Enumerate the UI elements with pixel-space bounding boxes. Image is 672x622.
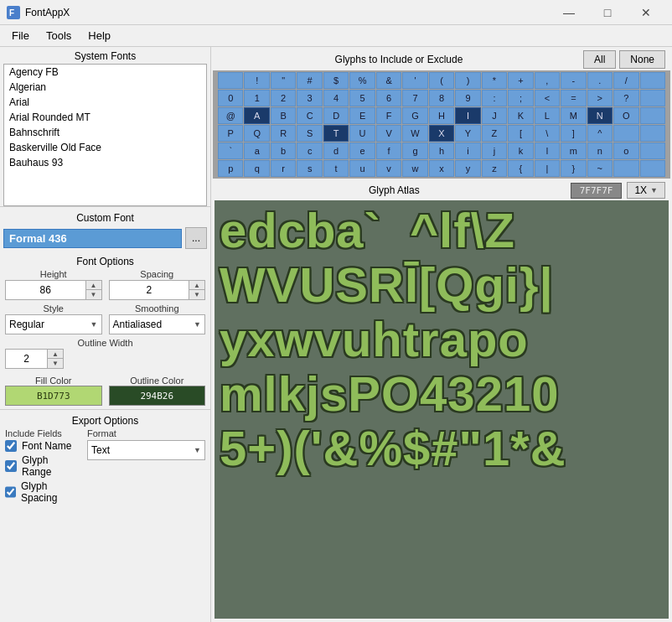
glyph-cell[interactable]: z: [482, 160, 507, 177]
glyph-cell[interactable]: |: [535, 160, 560, 177]
glyph-cell[interactable]: S: [297, 125, 322, 142]
glyph-cell[interactable]: (: [429, 72, 454, 89]
glyph-cell[interactable]: Q: [244, 125, 269, 142]
glyph-cell[interactable]: t: [323, 160, 349, 177]
height-value[interactable]: [6, 284, 85, 296]
glyph-cell[interactable]: F: [376, 107, 401, 124]
glyph-cell[interactable]: D: [323, 107, 349, 124]
glyph-cell[interactable]: p: [218, 160, 243, 177]
glyph-cell[interactable]: ~: [587, 160, 613, 177]
glyph-cell[interactable]: x: [429, 160, 454, 177]
glyph-cell[interactable]: \: [535, 125, 560, 142]
custom-font-browse-button[interactable]: ...: [185, 227, 207, 249]
glyph-cell[interactable]: q: [244, 160, 269, 177]
glyph-cell[interactable]: [640, 90, 665, 106]
glyph-cell[interactable]: u: [349, 160, 375, 177]
glyph-cell[interactable]: [640, 160, 665, 177]
none-button[interactable]: None: [619, 50, 665, 69]
height-up-button[interactable]: ▲: [86, 281, 101, 290]
menu-help[interactable]: Help: [80, 27, 119, 44]
glyph-cell[interactable]: &: [376, 72, 401, 89]
glyph-cell[interactable]: ": [271, 72, 296, 89]
glyph-cell[interactable]: i: [455, 143, 480, 159]
atlas-zoom-select[interactable]: 1X ▼: [627, 182, 665, 199]
glyph-cell[interactable]: f: [376, 143, 401, 159]
minimize-button[interactable]: —: [550, 0, 588, 25]
close-button[interactable]: ✕: [627, 0, 665, 25]
glyph-cell[interactable]: K: [508, 107, 533, 124]
glyph-cell[interactable]: M: [561, 107, 586, 124]
glyph-cell[interactable]: g: [402, 143, 427, 159]
height-down-button[interactable]: ▼: [86, 290, 101, 299]
font-list-item[interactable]: Algerian: [4, 80, 206, 95]
glyph-cell[interactable]: 4: [323, 90, 349, 106]
glyph-cell[interactable]: e: [349, 143, 375, 159]
export-checkbox[interactable]: [5, 460, 17, 472]
glyph-cell[interactable]: J: [482, 107, 507, 124]
glyph-cell[interactable]: ': [402, 72, 427, 89]
glyph-cell[interactable]: A: [244, 107, 269, 124]
glyph-cell[interactable]: }: [561, 160, 586, 177]
font-list-item[interactable]: Bahnschrift: [4, 125, 206, 140]
glyph-cell[interactable]: b: [271, 143, 296, 159]
glyph-cell[interactable]: 9: [455, 90, 480, 106]
glyph-cell[interactable]: <: [535, 90, 560, 106]
glyph-cell[interactable]: n: [587, 143, 613, 159]
glyph-cell[interactable]: [640, 125, 665, 142]
glyph-cell[interactable]: ?: [613, 90, 638, 106]
glyph-cell[interactable]: I: [455, 107, 480, 124]
glyph-cell[interactable]: [640, 72, 665, 89]
glyph-cell[interactable]: [613, 125, 638, 142]
glyph-cell[interactable]: r: [271, 160, 296, 177]
smoothing-select[interactable]: Antialiased ▼: [109, 314, 206, 334]
font-list-item[interactable]: Agency FB: [4, 65, 206, 80]
glyph-cell[interactable]: T: [323, 125, 349, 142]
glyph-cell[interactable]: 0: [218, 90, 243, 106]
glyph-cell[interactable]: [: [508, 125, 533, 142]
font-list-item[interactable]: Baskerville Old Face: [4, 140, 206, 155]
glyph-cell[interactable]: W: [402, 125, 427, 142]
glyph-cell[interactable]: =: [561, 90, 586, 106]
font-list[interactable]: Agency FBAlgerianArialArial Rounded MTBa…: [3, 64, 207, 206]
glyph-cell[interactable]: [613, 160, 638, 177]
glyph-cell[interactable]: #: [297, 72, 322, 89]
glyph-cell[interactable]: 5: [349, 90, 375, 106]
glyph-cell[interactable]: ]: [561, 125, 586, 142]
glyph-cell[interactable]: $: [323, 72, 349, 89]
glyph-cell[interactable]: o: [613, 143, 638, 159]
maximize-button[interactable]: □: [588, 0, 627, 25]
glyph-cell[interactable]: 8: [429, 90, 454, 106]
glyph-cell[interactable]: 6: [376, 90, 401, 106]
glyph-cell[interactable]: ): [455, 72, 480, 89]
glyph-cell[interactable]: m: [561, 143, 586, 159]
glyph-cell[interactable]: 3: [297, 90, 322, 106]
glyph-cell[interactable]: X: [429, 125, 454, 142]
glyph-cell[interactable]: -: [561, 72, 586, 89]
glyph-cell[interactable]: P: [218, 125, 243, 142]
outline-color-swatch[interactable]: 294B26: [109, 386, 206, 406]
glyph-cell[interactable]: [640, 143, 665, 159]
glyph-cell[interactable]: %: [349, 72, 375, 89]
glyph-cell[interactable]: k: [508, 143, 533, 159]
font-list-item[interactable]: Bauhaus 93: [4, 155, 206, 170]
glyph-cell[interactable]: .: [587, 72, 613, 89]
glyph-cell[interactable]: `: [218, 143, 243, 159]
spacing-value[interactable]: [110, 284, 189, 296]
format-select[interactable]: Text ▼: [87, 440, 205, 460]
glyph-cell[interactable]: !: [244, 72, 269, 89]
spacing-down-button[interactable]: ▼: [189, 290, 204, 299]
glyph-cell[interactable]: H: [429, 107, 454, 124]
font-list-item[interactable]: Arial Rounded MT: [4, 110, 206, 125]
glyph-cell[interactable]: Y: [455, 125, 480, 142]
glyph-cell[interactable]: C: [297, 107, 322, 124]
glyph-cell[interactable]: [640, 107, 665, 124]
menu-tools[interactable]: Tools: [38, 27, 80, 44]
menu-file[interactable]: File: [3, 27, 38, 44]
glyph-cell[interactable]: U: [349, 125, 375, 142]
glyph-cell[interactable]: l: [535, 143, 560, 159]
outline-width-value[interactable]: [6, 353, 47, 365]
glyph-cell[interactable]: a: [244, 143, 269, 159]
glyph-cell[interactable]: d: [323, 143, 349, 159]
glyph-cell[interactable]: N: [587, 107, 613, 124]
export-checkbox[interactable]: [5, 486, 16, 498]
